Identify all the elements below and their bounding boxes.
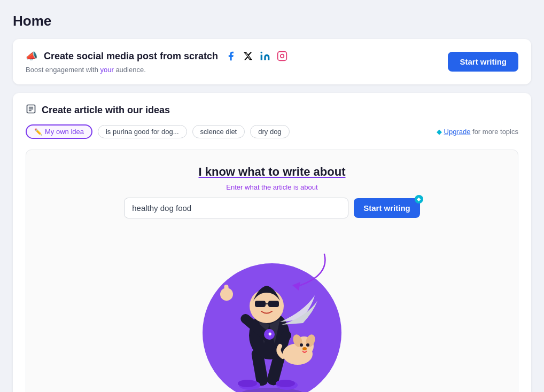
article-card: Create article with our ideas ✏️ My own … — [13, 93, 531, 392]
social-start-writing-button[interactable]: Start writing — [448, 52, 518, 72]
megaphone-icon: 📣 — [26, 50, 37, 62]
svg-point-26 — [300, 343, 303, 347]
linkedin-icon — [259, 50, 271, 62]
topic-chip-purina[interactable]: is purina good for dog... — [98, 125, 187, 138]
article-topic-input[interactable] — [124, 198, 348, 218]
svg-point-0 — [261, 52, 262, 53]
svg-rect-1 — [278, 52, 287, 61]
topic-chip-label: science diet — [200, 128, 237, 136]
upgrade-link-text: Upgrade for more topics — [444, 128, 518, 136]
svg-rect-30 — [255, 301, 266, 307]
svg-text:✦: ✦ — [267, 331, 273, 338]
facebook-icon — [224, 50, 237, 62]
upgrade-word[interactable]: Upgrade — [444, 128, 471, 136]
topics-row: ✏️ My own idea is purina good for dog...… — [26, 124, 518, 139]
article-card-title: Create article with our ideas — [42, 105, 170, 116]
upgrade-link: ◆ Upgrade for more topics — [437, 128, 518, 136]
topic-chip-label: My own idea — [45, 128, 84, 136]
inner-label: Enter what the article is about — [39, 183, 505, 191]
svg-point-27 — [306, 343, 309, 347]
page-title: Home — [13, 13, 531, 29]
svg-point-28 — [302, 347, 307, 350]
inner-heading: I know what to write about — [39, 165, 505, 179]
input-row: Start writing ◆ — [39, 198, 505, 218]
pencil-icon: ✏️ — [34, 128, 42, 136]
start-writing-button[interactable]: Start writing ◆ — [354, 198, 420, 218]
illustration-area: ✦ — [39, 231, 505, 392]
x-twitter-icon — [242, 50, 254, 62]
character-illustration: ✦ — [197, 237, 347, 392]
social-card-title-row: 📣 Create social media post from scratch — [26, 50, 289, 62]
topic-chip-science-diet[interactable]: science diet — [192, 125, 245, 138]
svg-point-14 — [276, 380, 295, 387]
topic-chip-label: is purina good for dog... — [106, 128, 179, 136]
instagram-icon — [276, 50, 289, 62]
topic-chip-label: dry dog — [258, 128, 281, 136]
upgrade-suffix: for more topics — [472, 128, 518, 136]
topic-chip-dry-dog[interactable]: dry dog — [250, 125, 289, 138]
svg-rect-31 — [268, 301, 279, 307]
article-card-title-row: Create article with our ideas — [26, 104, 518, 117]
diamond-icon: ◆ — [437, 128, 442, 136]
social-icons-group — [224, 50, 289, 62]
social-card-subtitle: Boost engagement with your audience. — [26, 66, 289, 74]
social-card-content: 📣 Create social media post from scratch … — [26, 50, 289, 74]
social-card-title: Create social media post from scratch — [44, 51, 218, 62]
start-writing-label: Start writing — [363, 203, 410, 213]
svg-point-11 — [238, 380, 257, 387]
topic-chip-my-own-idea[interactable]: ✏️ My own idea — [26, 124, 92, 139]
social-media-card: 📣 Create social media post from scratch … — [13, 39, 531, 84]
inner-content-box: I know what to write about Enter what th… — [26, 150, 518, 392]
article-icon — [26, 104, 36, 117]
diamond-badge-icon: ◆ — [415, 195, 423, 203]
